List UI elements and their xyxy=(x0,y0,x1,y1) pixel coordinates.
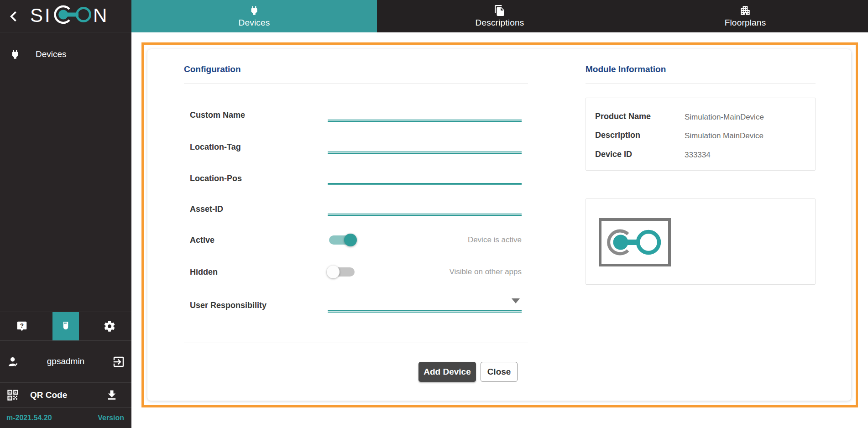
qr-code-label: QR Code xyxy=(30,390,67,400)
location-tag-input[interactable] xyxy=(328,138,522,151)
info-value-product-name: Simulation-MainDevice xyxy=(685,112,764,122)
module-logo-box xyxy=(586,198,816,285)
input-underline xyxy=(328,183,522,185)
user-responsibility-select[interactable] xyxy=(328,296,522,311)
field-label-location-pos: Location-Pos xyxy=(190,173,242,183)
download-icon[interactable] xyxy=(105,389,118,402)
svg-text:?: ? xyxy=(20,322,24,329)
input-underline xyxy=(328,310,522,313)
logo-text-prefix: SI xyxy=(30,5,52,25)
tab-floorplans[interactable]: Floorplans xyxy=(622,0,868,32)
divider xyxy=(184,83,528,84)
active-hint: Device is active xyxy=(468,235,522,245)
copy-icon xyxy=(494,5,506,16)
building-icon xyxy=(739,5,751,16)
hidden-toggle[interactable] xyxy=(329,267,355,277)
add-device-button[interactable]: Add Device xyxy=(418,362,476,382)
field-label-custom-name: Custom Name xyxy=(190,110,245,120)
info-value-description: Simulation MainDevice xyxy=(685,131,763,141)
version-label: Version xyxy=(98,414,124,422)
toggle-thumb xyxy=(344,234,357,246)
sidebar-user-row: gpsadmin xyxy=(0,341,131,382)
logout-button[interactable] xyxy=(112,355,125,369)
tab-label: Descriptions xyxy=(476,18,524,28)
sidebar-quick-actions: ? xyxy=(0,312,131,340)
close-button[interactable]: Close xyxy=(481,362,518,382)
dropdown-arrow-icon xyxy=(512,298,520,303)
divider xyxy=(184,343,528,343)
main-content: Configuration Custom Name Location-Tag L… xyxy=(131,32,868,428)
logout-icon xyxy=(112,355,125,369)
qr-code-icon xyxy=(6,389,19,402)
field-label-location-tag: Location-Tag xyxy=(190,142,241,152)
help-icon: ? xyxy=(16,320,28,332)
logo-text-suffix: N xyxy=(93,5,107,25)
asset-id-input[interactable] xyxy=(328,200,522,214)
input-underline xyxy=(328,151,522,154)
settings-button[interactable] xyxy=(88,312,131,340)
input-underline xyxy=(328,214,522,216)
chevron-left-icon xyxy=(6,9,21,24)
tab-label: Floorplans xyxy=(725,18,766,28)
toggle-thumb xyxy=(327,266,340,278)
back-button[interactable] xyxy=(6,9,21,24)
info-label-description: Description xyxy=(595,130,640,140)
sidebar-item-label: Devices xyxy=(36,49,67,59)
info-label-device-id: Device ID xyxy=(595,149,632,159)
hidden-hint: Visible on other apps xyxy=(450,267,522,277)
device-form-card: Configuration Custom Name Location-Tag L… xyxy=(147,49,851,401)
sidebar-logo-row: SI N xyxy=(0,0,131,32)
active-toggle[interactable] xyxy=(329,235,355,245)
logo-dot xyxy=(58,10,68,20)
sidebar-qr-row[interactable]: QR Code xyxy=(0,383,131,407)
custom-name-input[interactable] xyxy=(328,106,522,120)
logo-o-ring xyxy=(77,8,90,21)
tab-label: Devices xyxy=(239,18,270,28)
plug-icon xyxy=(248,5,260,16)
gear-icon xyxy=(103,320,116,333)
tab-descriptions[interactable]: Descriptions xyxy=(377,0,622,32)
info-label-product-name: Product Name xyxy=(595,111,651,121)
co-logo xyxy=(599,218,671,266)
location-pos-input[interactable] xyxy=(328,169,522,183)
field-label-user-responsibility: User Responsibility xyxy=(190,300,267,310)
co-logo-o-ring xyxy=(638,232,659,253)
module-info-box: Product Name Simulation-MainDevice Descr… xyxy=(586,98,816,171)
sicon-logo: SI N xyxy=(29,4,120,25)
tab-bar: Devices Descriptions Floorplans xyxy=(131,0,868,32)
field-label-hidden: Hidden xyxy=(190,267,218,277)
tab-devices[interactable]: Devices xyxy=(131,0,377,32)
configuration-heading: Configuration xyxy=(184,64,241,74)
sidebar-item-devices[interactable]: Devices xyxy=(0,44,131,65)
devices-quick-button[interactable] xyxy=(44,312,88,340)
plug-icon xyxy=(9,48,21,60)
info-value-device-id: 333334 xyxy=(685,150,711,160)
module-information-heading: Module Information xyxy=(586,64,666,74)
input-underline xyxy=(328,120,522,122)
usb-device-icon xyxy=(59,320,72,333)
field-label-active: Active xyxy=(190,235,214,245)
help-button[interactable]: ? xyxy=(0,312,44,340)
field-label-asset-id: Asset-ID xyxy=(190,204,223,214)
version-number: m-2021.54.20 xyxy=(6,414,52,422)
devices-quick-active-square xyxy=(52,312,79,340)
divider xyxy=(586,83,816,84)
sidebar: SI N Devices ? xyxy=(0,0,131,428)
sidebar-version-row: m-2021.54.20 Version xyxy=(0,408,131,428)
